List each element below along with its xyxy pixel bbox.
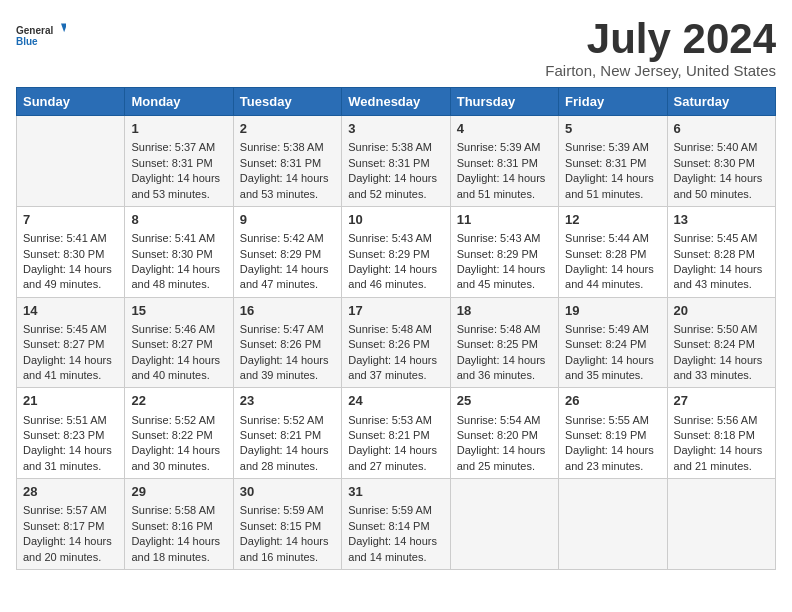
cell-text-line: Sunrise: 5:43 AM xyxy=(348,231,443,246)
calendar-cell: 14Sunrise: 5:45 AMSunset: 8:27 PMDayligh… xyxy=(17,297,125,388)
calendar-cell: 29Sunrise: 5:58 AMSunset: 8:16 PMDayligh… xyxy=(125,479,233,570)
weekday-header-wednesday: Wednesday xyxy=(342,88,450,116)
day-number: 23 xyxy=(240,392,335,410)
page-header: General Blue July 2024 Fairton, New Jers… xyxy=(16,16,776,79)
day-number: 13 xyxy=(674,211,769,229)
day-number: 16 xyxy=(240,302,335,320)
cell-text-line: and 27 minutes. xyxy=(348,459,443,474)
cell-text-line: Sunset: 8:26 PM xyxy=(240,337,335,352)
weekday-header-sunday: Sunday xyxy=(17,88,125,116)
day-number: 30 xyxy=(240,483,335,501)
calendar-cell: 27Sunrise: 5:56 AMSunset: 8:18 PMDayligh… xyxy=(667,388,775,479)
cell-text-line: Daylight: 14 hours xyxy=(674,443,769,458)
cell-text-line: Sunset: 8:24 PM xyxy=(565,337,660,352)
day-number: 2 xyxy=(240,120,335,138)
day-number: 31 xyxy=(348,483,443,501)
day-number: 12 xyxy=(565,211,660,229)
day-number: 20 xyxy=(674,302,769,320)
day-number: 7 xyxy=(23,211,118,229)
cell-text-line: Sunset: 8:23 PM xyxy=(23,428,118,443)
calendar-cell: 2Sunrise: 5:38 AMSunset: 8:31 PMDaylight… xyxy=(233,116,341,207)
day-number: 19 xyxy=(565,302,660,320)
cell-text-line: Sunset: 8:14 PM xyxy=(348,519,443,534)
day-number: 29 xyxy=(131,483,226,501)
cell-text-line: Daylight: 14 hours xyxy=(240,171,335,186)
day-number: 9 xyxy=(240,211,335,229)
day-number: 21 xyxy=(23,392,118,410)
cell-text-line: and 46 minutes. xyxy=(348,277,443,292)
day-number: 17 xyxy=(348,302,443,320)
cell-text-line: Sunset: 8:15 PM xyxy=(240,519,335,534)
cell-text-line: Daylight: 14 hours xyxy=(457,353,552,368)
day-number: 14 xyxy=(23,302,118,320)
cell-text-line: Sunset: 8:27 PM xyxy=(23,337,118,352)
cell-text-line: Daylight: 14 hours xyxy=(240,534,335,549)
cell-text-line: Sunrise: 5:48 AM xyxy=(348,322,443,337)
cell-text-line: and 53 minutes. xyxy=(240,187,335,202)
cell-text-line: Sunset: 8:18 PM xyxy=(674,428,769,443)
weekday-header-friday: Friday xyxy=(559,88,667,116)
cell-text-line: Sunset: 8:28 PM xyxy=(565,247,660,262)
cell-text-line: and 49 minutes. xyxy=(23,277,118,292)
calendar-cell: 7Sunrise: 5:41 AMSunset: 8:30 PMDaylight… xyxy=(17,206,125,297)
calendar-cell: 17Sunrise: 5:48 AMSunset: 8:26 PMDayligh… xyxy=(342,297,450,388)
weekday-header-tuesday: Tuesday xyxy=(233,88,341,116)
day-number: 3 xyxy=(348,120,443,138)
cell-text-line: Daylight: 14 hours xyxy=(565,443,660,458)
cell-text-line: Daylight: 14 hours xyxy=(240,262,335,277)
day-number: 11 xyxy=(457,211,552,229)
logo-svg: General Blue xyxy=(16,16,66,56)
cell-text-line: Sunrise: 5:53 AM xyxy=(348,413,443,428)
cell-text-line: Sunrise: 5:49 AM xyxy=(565,322,660,337)
cell-text-line: Sunset: 8:29 PM xyxy=(348,247,443,262)
cell-text-line: Sunset: 8:21 PM xyxy=(240,428,335,443)
cell-text-line: Sunrise: 5:50 AM xyxy=(674,322,769,337)
cell-text-line: Daylight: 14 hours xyxy=(565,171,660,186)
cell-text-line: Sunrise: 5:51 AM xyxy=(23,413,118,428)
cell-text-line: and 51 minutes. xyxy=(457,187,552,202)
cell-text-line: Daylight: 14 hours xyxy=(348,353,443,368)
weekday-header-row: SundayMondayTuesdayWednesdayThursdayFrid… xyxy=(17,88,776,116)
cell-text-line: Sunset: 8:31 PM xyxy=(348,156,443,171)
cell-text-line: Sunset: 8:29 PM xyxy=(240,247,335,262)
cell-text-line: Sunset: 8:16 PM xyxy=(131,519,226,534)
calendar-cell: 21Sunrise: 5:51 AMSunset: 8:23 PMDayligh… xyxy=(17,388,125,479)
cell-text-line: Sunset: 8:27 PM xyxy=(131,337,226,352)
cell-text-line: Sunset: 8:21 PM xyxy=(348,428,443,443)
calendar-cell: 20Sunrise: 5:50 AMSunset: 8:24 PMDayligh… xyxy=(667,297,775,388)
cell-text-line: Daylight: 14 hours xyxy=(240,353,335,368)
cell-text-line: and 52 minutes. xyxy=(348,187,443,202)
location-subtitle: Fairton, New Jersey, United States xyxy=(545,62,776,79)
day-number: 27 xyxy=(674,392,769,410)
calendar-cell xyxy=(667,479,775,570)
cell-text-line: Sunset: 8:28 PM xyxy=(674,247,769,262)
calendar-cell: 12Sunrise: 5:44 AMSunset: 8:28 PMDayligh… xyxy=(559,206,667,297)
cell-text-line: Sunrise: 5:39 AM xyxy=(565,140,660,155)
cell-text-line: Sunrise: 5:39 AM xyxy=(457,140,552,155)
cell-text-line: Sunrise: 5:44 AM xyxy=(565,231,660,246)
day-number: 25 xyxy=(457,392,552,410)
cell-text-line: Sunrise: 5:37 AM xyxy=(131,140,226,155)
cell-text-line: Sunrise: 5:59 AM xyxy=(348,503,443,518)
day-number: 10 xyxy=(348,211,443,229)
calendar-cell: 31Sunrise: 5:59 AMSunset: 8:14 PMDayligh… xyxy=(342,479,450,570)
day-number: 24 xyxy=(348,392,443,410)
cell-text-line: Daylight: 14 hours xyxy=(457,443,552,458)
cell-text-line: Sunrise: 5:46 AM xyxy=(131,322,226,337)
cell-text-line: and 45 minutes. xyxy=(457,277,552,292)
cell-text-line: Sunrise: 5:41 AM xyxy=(23,231,118,246)
calendar-table: SundayMondayTuesdayWednesdayThursdayFrid… xyxy=(16,87,776,570)
cell-text-line: Sunrise: 5:56 AM xyxy=(674,413,769,428)
cell-text-line: and 21 minutes. xyxy=(674,459,769,474)
cell-text-line: and 50 minutes. xyxy=(674,187,769,202)
calendar-cell xyxy=(559,479,667,570)
cell-text-line: Sunset: 8:31 PM xyxy=(240,156,335,171)
cell-text-line: and 53 minutes. xyxy=(131,187,226,202)
day-number: 26 xyxy=(565,392,660,410)
cell-text-line: Daylight: 14 hours xyxy=(131,262,226,277)
cell-text-line: and 36 minutes. xyxy=(457,368,552,383)
weekday-header-monday: Monday xyxy=(125,88,233,116)
cell-text-line: and 20 minutes. xyxy=(23,550,118,565)
cell-text-line: and 25 minutes. xyxy=(457,459,552,474)
day-number: 1 xyxy=(131,120,226,138)
